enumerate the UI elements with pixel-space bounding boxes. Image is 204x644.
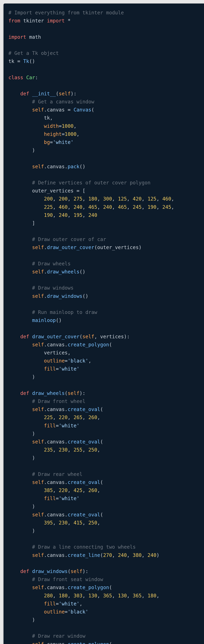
token-op: ( xyxy=(100,512,103,518)
token-op: ) xyxy=(32,617,35,623)
token-num: 195 xyxy=(74,212,83,218)
token-op: ( xyxy=(94,244,97,250)
token-op: : xyxy=(74,91,77,96)
token-num: 425 xyxy=(74,488,83,493)
token-c: # Draw wheels xyxy=(32,261,71,266)
token-num: 230 xyxy=(59,447,68,453)
token-kw: import xyxy=(9,34,26,40)
token-op: , xyxy=(127,552,133,558)
token-id: canvas xyxy=(47,641,65,644)
token-c: # Get a canvas window xyxy=(32,99,94,105)
token-id xyxy=(9,439,32,445)
token-c: # Get a Tk object xyxy=(9,50,59,56)
token-id xyxy=(9,164,32,170)
token-kw: def xyxy=(20,91,29,96)
token-self: self xyxy=(59,91,71,96)
token-fn: mainloop xyxy=(32,318,56,323)
token-id xyxy=(9,318,32,323)
token-op: = xyxy=(62,131,65,137)
token-op: , xyxy=(53,212,59,218)
token-op: () xyxy=(80,269,86,275)
token-op: ( xyxy=(100,480,103,485)
token-id: canvas xyxy=(47,552,65,558)
token-self: fill xyxy=(44,601,56,607)
token-id xyxy=(9,139,44,145)
token-id xyxy=(9,633,32,639)
code-line: self.canvas.create_line(270, 240, 380, 2… xyxy=(9,552,159,558)
token-op: , xyxy=(156,593,159,598)
token-op: ( xyxy=(68,568,71,574)
token-id: canvas xyxy=(47,480,65,485)
token-fn: draw_windows xyxy=(47,293,82,299)
token-id xyxy=(29,91,32,96)
token-id xyxy=(9,398,32,404)
code-line: def __init__(self): xyxy=(9,91,77,96)
token-op: . xyxy=(65,480,68,485)
token-op: , xyxy=(142,593,148,598)
token-id: canvas xyxy=(47,439,65,445)
token-op: , xyxy=(112,204,118,210)
code-line: def draw_outer_cover(self, vertices): xyxy=(9,334,130,340)
token-id xyxy=(9,471,32,477)
token-str: 'black' xyxy=(68,358,88,364)
token-op: , xyxy=(142,204,148,210)
token-op: ( xyxy=(109,584,112,590)
token-id xyxy=(9,358,44,364)
token-num: 460 xyxy=(59,204,68,210)
token-self: self xyxy=(32,269,44,275)
code-block[interactable]: # Import everything from tkinter module … xyxy=(4,4,204,644)
token-id xyxy=(9,293,32,299)
token-num: 240 xyxy=(103,204,112,210)
token-id xyxy=(9,423,44,428)
code-line: ) xyxy=(9,431,35,437)
token-self: fill xyxy=(44,366,56,372)
token-op: , xyxy=(94,334,100,340)
code-line: # Run mainloop to draw xyxy=(9,310,97,315)
token-num: 235 xyxy=(44,447,53,453)
token-op: , xyxy=(53,414,59,420)
token-op: , xyxy=(68,196,74,202)
token-op: ( xyxy=(100,439,103,445)
token-type: Car xyxy=(26,75,35,80)
token-id xyxy=(9,390,20,396)
token-op: . xyxy=(44,244,47,250)
token-id xyxy=(9,601,44,607)
token-id: outer_vertices xyxy=(97,244,139,250)
token-op: , xyxy=(88,358,91,364)
token-num: 280 xyxy=(44,593,53,598)
token-num: 250 xyxy=(88,520,97,526)
token-id xyxy=(9,520,44,526)
code-line: vertices, xyxy=(9,350,71,356)
token-id xyxy=(9,593,44,598)
token-id xyxy=(9,568,20,574)
code-line: # Import everything from tkinter module xyxy=(9,10,124,16)
code-line: self.draw_outer_cover(outer_vertices) xyxy=(9,244,142,250)
token-id xyxy=(9,609,44,615)
token-op: , xyxy=(68,414,74,420)
code-line: 225, 460, 240, 465, 240, 465, 245, 190, … xyxy=(9,204,174,210)
token-op: , xyxy=(82,593,88,598)
token-op: = xyxy=(56,366,59,372)
token-op: ) xyxy=(80,390,83,396)
token-op: ( xyxy=(80,334,83,340)
token-id: canvas xyxy=(47,406,65,412)
token-c: # Draw rear wheel xyxy=(32,471,83,477)
token-fn: draw_windows xyxy=(32,568,68,574)
code-line: # Draw rear window xyxy=(9,633,85,639)
token-kw: from xyxy=(9,18,20,24)
token-num: 130 xyxy=(118,593,127,598)
token-op: , xyxy=(68,593,74,598)
code-line: fill='white' xyxy=(9,423,80,428)
token-op: = xyxy=(56,496,59,501)
code-line: self.canvas.create_oval( xyxy=(9,480,103,485)
token-self: self xyxy=(32,342,44,348)
token-op: ) xyxy=(32,374,35,380)
code-line: import math xyxy=(9,34,41,40)
token-kw: class xyxy=(9,75,23,80)
token-op: , xyxy=(127,196,133,202)
token-op: = xyxy=(59,123,62,129)
token-kw: import xyxy=(47,18,65,24)
code-line: # Draw windows xyxy=(9,285,74,291)
token-id: canvas xyxy=(47,512,65,518)
token-num: 180 xyxy=(88,196,97,202)
